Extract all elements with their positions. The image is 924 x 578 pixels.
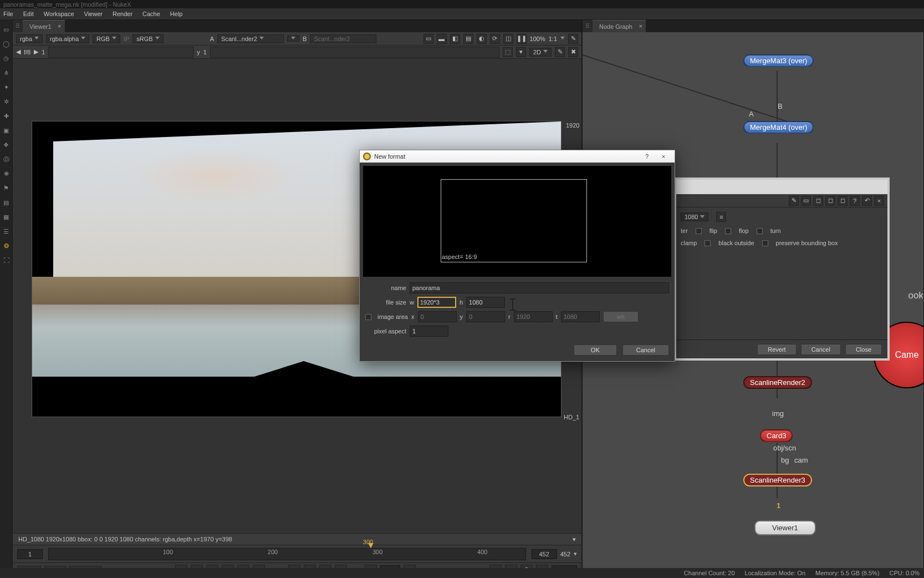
y-input[interactable]	[466, 311, 505, 322]
flop-checkbox[interactable]	[725, 228, 731, 234]
dialog-close-button[interactable]: ×	[656, 151, 671, 161]
b-input-dropdown[interactable]: Scanl...nder2	[310, 34, 376, 43]
prop-undo-icon[interactable]: ↶	[862, 196, 872, 206]
stack-icon[interactable]: ▤	[463, 34, 473, 44]
pbb-checkbox[interactable]	[762, 240, 768, 246]
tab-nodegraph[interactable]: Node Graph ×	[593, 20, 646, 32]
prop-format-dropdown[interactable]: 1080	[681, 212, 708, 221]
dialog-help-button[interactable]: ?	[639, 151, 655, 161]
node-viewer1[interactable]: Viewer1	[754, 520, 816, 535]
viewer-wrench-icon[interactable]: ✖	[568, 47, 578, 57]
gain-ruler[interactable]	[48, 47, 193, 58]
tool-image-icon[interactable]: ▭	[2, 25, 11, 34]
lut-dropdown[interactable]: sRGB	[132, 34, 163, 43]
prop-close-button[interactable]: Close	[845, 344, 882, 355]
tab-handle-icon[interactable]: ⠿	[13, 20, 23, 32]
menu-cache[interactable]: Cache	[142, 11, 160, 17]
t-input[interactable]	[561, 311, 600, 322]
menu-render[interactable]: Render	[113, 11, 132, 17]
tool-filter-icon[interactable]: ✲	[2, 97, 11, 106]
flip-checkbox[interactable]	[696, 228, 702, 234]
node-card3[interactable]: Card3	[760, 429, 793, 442]
prop-titlebar[interactable]	[676, 180, 887, 194]
viewer-brush-icon[interactable]: ✎	[555, 47, 565, 57]
zoom-label[interactable]: 100%	[530, 36, 545, 42]
menu-edit[interactable]: Edit	[23, 11, 34, 17]
width-input[interactable]	[417, 297, 456, 308]
prop-close-icon[interactable]: ×	[874, 196, 884, 206]
tab-close-icon[interactable]: ×	[58, 23, 61, 29]
zoom-menu-icon[interactable]	[560, 37, 565, 40]
prop-format-icon[interactable]: ≡	[716, 212, 726, 222]
tool-other-icon[interactable]: ☰	[2, 227, 11, 236]
prop-a-icon[interactable]: ◻	[813, 196, 823, 206]
tool-draw-icon[interactable]: ◯	[2, 39, 11, 48]
name-input[interactable]	[410, 282, 669, 293]
timeline-track[interactable]: 100 200 300 400 300	[48, 548, 526, 560]
turn-checkbox[interactable]	[757, 228, 763, 234]
tab-viewer1[interactable]: Viewer1 ×	[23, 20, 65, 32]
menu-viewer[interactable]: Viewer	[84, 11, 103, 17]
timeline[interactable]: 1 100 200 300 400 300 452 452 ▾	[13, 545, 581, 563]
tool-3d-icon[interactable]: Ⓓ	[2, 155, 11, 164]
wh-button[interactable]: wh	[603, 311, 639, 322]
region-icon[interactable]: ◫	[503, 34, 513, 44]
tool-time-icon[interactable]: ◷	[2, 54, 11, 63]
gamma-value[interactable]: 1	[42, 49, 45, 55]
cancel-button[interactable]: Cancel	[622, 344, 669, 356]
infobar-menu-icon[interactable]: ▾	[573, 536, 576, 543]
ng-tab-close-icon[interactable]: ×	[639, 23, 642, 29]
ng-tab-handle-icon[interactable]: ⠿	[583, 20, 593, 32]
prev-icon[interactable]: ◀	[16, 48, 21, 55]
a-opts-dropdown[interactable]	[287, 36, 299, 42]
tool-flame-icon[interactable]: ❂	[2, 241, 11, 250]
blkout-checkbox[interactable]	[705, 240, 711, 246]
prop-help-icon[interactable]: ?	[850, 196, 860, 206]
fstop-value[interactable]: f/8	[24, 49, 30, 55]
height-input[interactable]	[466, 297, 505, 308]
colorspace-dropdown[interactable]: RGB	[93, 34, 120, 43]
gamma-icon[interactable]: ◐	[477, 34, 487, 44]
x-input[interactable]	[418, 311, 457, 322]
node-scanlinerender2[interactable]: ScanlineRender2	[743, 376, 812, 389]
prop-edit-icon[interactable]: ✎	[789, 196, 799, 206]
ip-toggle[interactable]: IP	[124, 36, 129, 42]
tool-color-icon[interactable]: ✦	[2, 83, 11, 92]
clip-icon[interactable]: ▭	[423, 34, 433, 44]
tool-keyer-icon[interactable]: ✚	[2, 111, 11, 120]
y-value[interactable]: 1	[203, 49, 207, 55]
tool-metadata-icon[interactable]: ▦	[2, 212, 11, 221]
timeline-menu-icon[interactable]: ▾	[574, 550, 577, 557]
tool-all-icon[interactable]: ⛶	[2, 256, 11, 265]
timeline-end[interactable]: 452	[532, 549, 557, 559]
refresh-icon[interactable]: ⟳	[490, 34, 500, 44]
a-input-dropdown[interactable]: Scanl...nder2	[217, 34, 284, 43]
prop-cancel-button[interactable]: Cancel	[801, 344, 841, 355]
r-input[interactable]	[514, 311, 553, 322]
tool-particles-icon[interactable]: ❋	[2, 169, 11, 178]
tool-merge-icon[interactable]: ▣	[2, 126, 11, 135]
tool-channel-icon[interactable]: ⋔	[2, 68, 11, 77]
tool-deep-icon[interactable]: ⚑	[2, 184, 11, 192]
node-mergemat3[interactable]: MergeMat3 (over)	[743, 54, 814, 67]
next-icon[interactable]: ▶	[34, 48, 38, 55]
wrench-icon[interactable]: ✎	[568, 34, 578, 44]
prop-b-icon[interactable]: ◻	[825, 196, 835, 206]
wipe-icon[interactable]: ◧	[450, 34, 460, 44]
node-scanlinerender3[interactable]: ScanlineRender3	[743, 474, 812, 486]
menu-workspace[interactable]: Workspace	[44, 11, 74, 17]
roi-icon[interactable]: ⬚	[503, 47, 513, 57]
imagearea-checkbox[interactable]	[365, 314, 371, 320]
pause-icon[interactable]: ❚❚	[517, 34, 527, 44]
ratio-label[interactable]: 1:1	[549, 36, 557, 42]
prop-c-icon[interactable]: ◻	[838, 196, 848, 206]
roi-opts-icon[interactable]: ▾	[516, 47, 526, 57]
menu-file[interactable]: File	[3, 11, 13, 17]
node-mergemat4[interactable]: MergeMat4 (over)	[743, 121, 814, 134]
gamma-ruler[interactable]	[210, 47, 499, 58]
rect-icon[interactable]: ▬	[437, 34, 447, 44]
view-mode-dropdown[interactable]: 2D	[529, 48, 552, 57]
tool-views-icon[interactable]: ▤	[2, 198, 11, 207]
tool-transform-icon[interactable]: ❖	[2, 140, 11, 149]
prop-revert-button[interactable]: Revert	[757, 344, 796, 355]
